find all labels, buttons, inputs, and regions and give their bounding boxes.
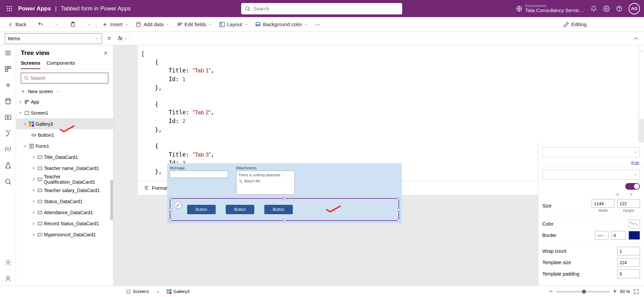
fx-button[interactable]: fx: [116, 34, 130, 43]
tab-screens[interactable]: Screens: [21, 60, 40, 69]
border-style-picker[interactable]: —: [595, 231, 608, 240]
avatar[interactable]: AG: [629, 3, 640, 14]
search-input[interactable]: [253, 6, 399, 11]
media-icon[interactable]: [4, 114, 12, 121]
tree-item-screen1[interactable]: Screen1: [16, 107, 113, 118]
tree-item-form1[interactable]: Form1: [16, 140, 113, 152]
prop-dropdown[interactable]: [542, 147, 640, 157]
tree-item-datacard[interactable]: Mypersoncol_DataCard1: [16, 229, 113, 240]
gallery-button[interactable]: Button: [264, 205, 293, 214]
undo-button[interactable]: [35, 20, 46, 29]
comment-icon[interactable]: [607, 24, 607, 24]
back-button[interactable]: Back: [5, 20, 29, 29]
tree-item-datacard[interactable]: Attendance_DataCard1: [16, 207, 113, 218]
gear-icon[interactable]: [603, 5, 610, 12]
save-icon[interactable]: [619, 24, 620, 24]
insert-button[interactable]: Insert: [99, 20, 131, 29]
edit-pencil-icon[interactable]: [174, 201, 182, 209]
tree-item-datacard[interactable]: Teacher salary_DataCard1: [16, 185, 113, 196]
equals-sign: =: [107, 35, 111, 42]
tplsize-input[interactable]: [617, 258, 640, 267]
fit-icon[interactable]: [633, 289, 639, 295]
virtual-agent-icon[interactable]: [601, 24, 601, 24]
rail-gear-icon[interactable]: [4, 259, 12, 266]
no-attach-text: There is nothing attached.: [238, 173, 292, 177]
gallery-button[interactable]: Button: [226, 205, 254, 214]
data-icon[interactable]: [4, 98, 12, 105]
svg-rect-22: [5, 67, 7, 69]
tree-view-title: Tree view: [21, 49, 50, 57]
environment-picker[interactable]: Environment Tata Consultancy Servic…: [516, 4, 584, 13]
new-screen-button[interactable]: New screen: [16, 87, 113, 96]
close-icon[interactable]: [103, 50, 108, 56]
prop-toggle[interactable]: [625, 183, 640, 190]
collapse-formula-icon[interactable]: [633, 35, 639, 42]
zoom-slider[interactable]: [556, 291, 610, 292]
hamburger-icon[interactable]: [4, 49, 12, 57]
zoom-out[interactable]: −: [549, 288, 553, 295]
share-icon[interactable]: [595, 24, 595, 24]
border-width-input[interactable]: [611, 231, 626, 240]
height-input[interactable]: [617, 199, 640, 208]
tab-components[interactable]: Components: [46, 60, 75, 69]
svg-rect-0: [7, 6, 8, 7]
help-icon[interactable]: [616, 5, 623, 12]
myimage-field[interactable]: [170, 171, 228, 178]
paste-button[interactable]: [67, 20, 78, 29]
search-rail-icon[interactable]: [4, 178, 12, 185]
svg-point-31: [24, 76, 27, 79]
svg-line-10: [249, 10, 250, 11]
search-box[interactable]: [241, 3, 402, 14]
breadcrumb-gallery[interactable]: Gallery3: [165, 288, 192, 295]
overflow-menu[interactable]: ⋯: [312, 20, 323, 29]
tree-view-icon[interactable]: [4, 65, 12, 73]
tree-item-button1[interactable]: Button1: [16, 129, 113, 140]
publish-icon[interactable]: [639, 24, 639, 24]
edit-link[interactable]: Edit: [538, 159, 644, 168]
background-color-button[interactable]: Background color: [252, 20, 311, 29]
flows-icon[interactable]: [4, 130, 12, 137]
layout-button[interactable]: Layout: [216, 20, 251, 29]
color-swatch[interactable]: [629, 220, 640, 228]
editing-toggle[interactable]: Editing: [560, 20, 589, 29]
tree-search-input[interactable]: [31, 75, 105, 81]
add-icon[interactable]: [4, 81, 12, 89]
rail-ask-icon[interactable]: [4, 275, 12, 282]
chevron-down-icon: [124, 37, 128, 41]
paste-chevron[interactable]: [84, 21, 94, 28]
wrap-input[interactable]: [617, 247, 640, 255]
svg-rect-2: [11, 6, 12, 7]
prop-dropdown[interactable]: [542, 170, 640, 180]
svg-rect-53: [127, 290, 130, 293]
play-icon[interactable]: [613, 24, 613, 24]
tree-item-datacard[interactable]: Title_DataCard1: [16, 152, 113, 163]
tplpad-input[interactable]: [617, 270, 640, 278]
gallery-button[interactable]: Button: [187, 205, 216, 214]
attach-file-link[interactable]: Attach file: [244, 179, 260, 183]
add-data-button[interactable]: Add data: [133, 20, 172, 29]
chevron-right-icon[interactable]: [640, 49, 644, 53]
tree-item-app[interactable]: App: [16, 96, 113, 107]
variables-icon[interactable]: (x): [4, 146, 12, 153]
gallery-selection[interactable]: Button Button Button: [170, 198, 399, 221]
attachments-field[interactable]: There is nothing attached. 📎 Attach file: [236, 171, 295, 195]
card-icon: [37, 188, 43, 193]
tests-icon[interactable]: [4, 162, 12, 169]
tree-item-datacard[interactable]: Teacher Qualification_DataCard1: [16, 174, 113, 185]
edit-fields-button[interactable]: Edit fields: [174, 20, 215, 29]
zoom-in[interactable]: +: [613, 288, 617, 295]
width-input[interactable]: [592, 199, 614, 208]
property-selector[interactable]: Items: [5, 33, 102, 44]
border-color-swatch[interactable]: [629, 231, 640, 240]
tree-scrollbar[interactable]: [110, 180, 113, 220]
breadcrumb-screen[interactable]: Screen1: [124, 288, 151, 295]
app-launcher-icon[interactable]: [4, 3, 15, 14]
tree-item-datacard[interactable]: Teacher name_DataCard1: [16, 163, 113, 174]
undo-chevron[interactable]: [52, 21, 61, 28]
tree-item-datacard[interactable]: Record Status_DataCard1: [16, 218, 113, 229]
chevron-down-icon: [634, 150, 638, 154]
chevron-down-icon: [95, 37, 99, 41]
tree-item-datacard[interactable]: Status_DataCard1: [16, 196, 113, 207]
notifications-icon[interactable]: [590, 5, 597, 12]
tree-search[interactable]: [21, 73, 108, 83]
